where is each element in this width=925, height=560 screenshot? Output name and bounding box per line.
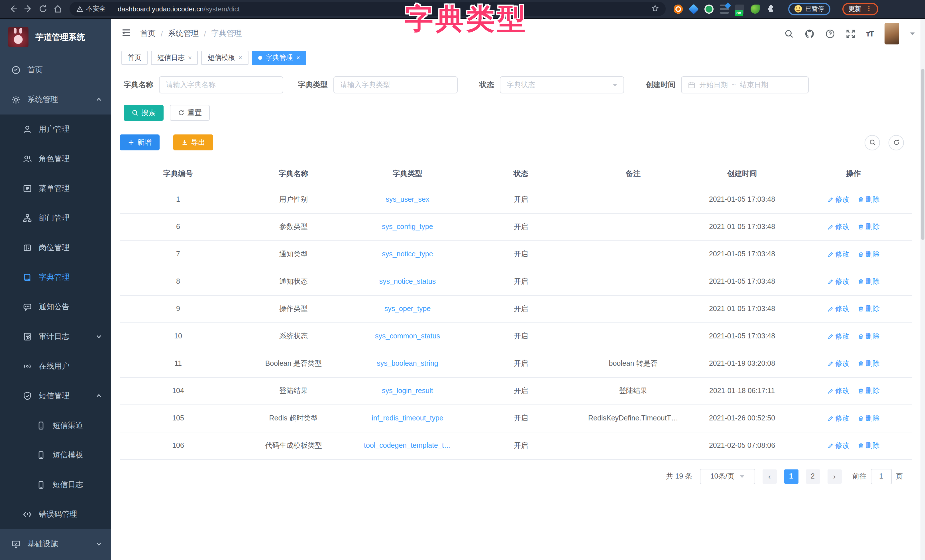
delete-button[interactable]: 删除	[857, 441, 880, 450]
sidebar-item-posts[interactable]: 岗位管理	[0, 233, 111, 263]
edit-button[interactable]: 修改	[827, 277, 850, 286]
font-size-icon[interactable]: тT	[866, 29, 874, 38]
extension-gem-icon[interactable]	[688, 3, 699, 14]
dict-type-link[interactable]: tool_codegen_template_t…	[351, 432, 464, 459]
edit-button[interactable]: 修改	[827, 194, 850, 204]
tab-sms-log[interactable]: 短信日志×	[151, 50, 198, 65]
user-menu-caret-icon[interactable]	[910, 32, 915, 35]
page-1-button[interactable]: 1	[784, 469, 798, 483]
sidebar-item-infrastructure[interactable]: 基础设施	[0, 529, 111, 559]
update-button[interactable]: 更新 ⋮	[842, 3, 878, 15]
sidebar-item-sms[interactable]: 短信管理	[0, 381, 111, 411]
edit-button[interactable]: 修改	[827, 386, 850, 396]
address-bar[interactable]: 不安全 dashboard.yudao.iocoder.cn/system/di…	[69, 2, 666, 16]
next-page-button[interactable]: ›	[827, 469, 842, 483]
delete-button[interactable]: 删除	[857, 331, 880, 341]
status-select[interactable]: 字典状态	[500, 76, 624, 93]
close-icon[interactable]: ×	[188, 54, 192, 61]
scrollbar-thumb[interactable]	[921, 69, 924, 240]
sidebar-item-system[interactable]: 系统管理	[0, 85, 111, 114]
github-icon[interactable]	[804, 29, 814, 38]
end-date[interactable]: 结束日期	[740, 80, 768, 90]
export-button[interactable]: 导出	[173, 134, 213, 151]
dict-type-link[interactable]: sys_login_result	[351, 377, 464, 405]
url-text[interactable]: dashboard.yudao.iocoder.cn/system/dict	[118, 5, 240, 13]
edit-button[interactable]: 修改	[827, 249, 850, 259]
tab-dict[interactable]: 字典管理×	[252, 50, 306, 65]
reload-icon[interactable]	[35, 2, 50, 16]
app-logo[interactable]: 芋道管理系统	[0, 19, 111, 55]
start-date[interactable]: 开始日期	[699, 80, 728, 90]
sidebar-toggle-icon[interactable]	[121, 28, 131, 39]
search-button[interactable]: 搜索	[124, 105, 164, 121]
paused-extension-pill[interactable]: 已暂停	[788, 3, 830, 15]
sidebar-item-dict[interactable]: 字典管理	[0, 263, 111, 292]
dict-type-link[interactable]: sys_user_sex	[351, 186, 464, 213]
edit-button[interactable]: 修改	[827, 358, 850, 368]
refresh-table-button[interactable]	[889, 135, 904, 150]
sidebar-item-online-users[interactable]: 在线用户	[0, 351, 111, 381]
tab-sms-template[interactable]: 短信模板×	[202, 50, 249, 65]
dict-type-link[interactable]: sys_notice_status	[351, 268, 464, 295]
sidebar-item-error-codes[interactable]: 错误码管理	[0, 500, 111, 529]
dict-type-link[interactable]: sys_oper_type	[351, 295, 464, 322]
add-button[interactable]: 新增	[120, 134, 160, 151]
date-range-picker[interactable]: 开始日期 ~ 结束日期	[681, 76, 809, 93]
sidebar-item-sms-channel[interactable]: 短信渠道	[0, 411, 111, 440]
sidebar-item-notices[interactable]: 通知公告	[0, 292, 111, 322]
extensions-puzzle-icon[interactable]	[766, 4, 775, 14]
edit-button[interactable]: 修改	[827, 441, 850, 450]
prev-page-button[interactable]: ‹	[762, 469, 777, 483]
tab-home[interactable]: 首页	[121, 50, 148, 65]
search-icon[interactable]	[784, 29, 794, 38]
dict-type-link[interactable]: sys_config_type	[351, 213, 464, 241]
breadcrumb-home[interactable]: 首页	[140, 29, 155, 39]
sidebar-item-sms-template[interactable]: 短信模板	[0, 440, 111, 470]
dict-type-link[interactable]: sys_boolean_string	[351, 350, 464, 377]
sidebar-item-sms-log[interactable]: 短信日志	[0, 470, 111, 500]
page-size-select[interactable]: 10条/页	[700, 468, 755, 484]
edit-button[interactable]: 修改	[827, 413, 850, 423]
dict-type-input[interactable]	[333, 76, 458, 93]
delete-button[interactable]: 删除	[857, 304, 880, 314]
sidebar-item-audit-log[interactable]: 审计日志	[0, 322, 111, 351]
delete-button[interactable]: 删除	[857, 358, 880, 368]
dict-type-link[interactable]: inf_redis_timeout_type	[351, 405, 464, 432]
close-icon[interactable]: ×	[296, 54, 300, 61]
user-avatar[interactable]	[884, 23, 899, 44]
reset-button[interactable]: 重置	[170, 105, 210, 121]
delete-button[interactable]: 删除	[857, 194, 880, 204]
back-icon[interactable]	[6, 2, 21, 16]
sidebar-item-roles[interactable]: 角色管理	[0, 144, 111, 174]
sidebar-item-home[interactable]: 首页	[0, 55, 111, 85]
extension-on-icon[interactable]: on	[735, 4, 744, 14]
dict-name-input[interactable]	[159, 76, 283, 93]
fullscreen-icon[interactable]	[845, 29, 855, 38]
scrollbar-track[interactable]	[920, 19, 925, 560]
home-icon[interactable]	[50, 2, 65, 16]
goto-page-input[interactable]	[871, 468, 892, 484]
extension-target-icon[interactable]	[673, 4, 683, 14]
close-icon[interactable]: ×	[238, 54, 242, 61]
delete-button[interactable]: 删除	[857, 277, 880, 286]
delete-button[interactable]: 删除	[857, 222, 880, 232]
edit-button[interactable]: 修改	[827, 222, 850, 232]
breadcrumb-system[interactable]: 系统管理	[168, 29, 199, 39]
bookmark-star-icon[interactable]	[651, 4, 659, 14]
sidebar-item-menus[interactable]: 菜单管理	[0, 174, 111, 203]
show-search-button[interactable]	[865, 135, 880, 150]
security-warning[interactable]: 不安全	[76, 5, 106, 13]
delete-button[interactable]: 删除	[857, 249, 880, 259]
extension-leaf-icon[interactable]	[750, 4, 760, 14]
help-icon[interactable]	[825, 29, 835, 38]
extension-tabs-icon[interactable]	[720, 4, 729, 14]
delete-button[interactable]: 删除	[857, 413, 880, 423]
dict-type-link[interactable]: sys_common_status	[351, 322, 464, 350]
dict-type-link[interactable]: sys_notice_type	[351, 241, 464, 268]
sidebar-item-departments[interactable]: 部门管理	[0, 203, 111, 233]
forward-icon[interactable]	[21, 2, 35, 16]
browser-menu-icon[interactable]: ⋮	[866, 6, 872, 12]
page-2-button[interactable]: 2	[806, 469, 820, 483]
delete-button[interactable]: 删除	[857, 386, 880, 396]
edit-button[interactable]: 修改	[827, 304, 850, 314]
